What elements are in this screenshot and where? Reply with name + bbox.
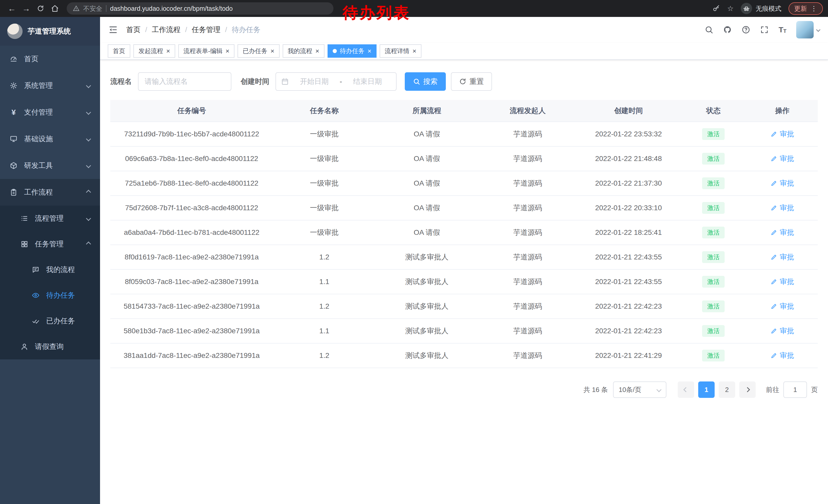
process-name-input[interactable]	[138, 72, 232, 91]
browser-reload-button[interactable]	[34, 2, 47, 15]
breadcrumb-separator: /	[225, 26, 227, 34]
sidebar-toggle-button[interactable]	[108, 25, 118, 35]
bookmark-star-icon[interactable]: ☆	[727, 4, 734, 13]
tab-process-form-edit[interactable]: 流程表单-编辑 ×	[178, 44, 235, 58]
sidebar-item-payment[interactable]: ¥ 支付管理	[0, 99, 100, 126]
approve-link[interactable]: 审批	[771, 302, 794, 311]
approve-link[interactable]: 审批	[771, 154, 794, 164]
sidebar-item-devtools[interactable]: 研发工具	[0, 152, 100, 179]
todo-task-table: 任务编号 任务名称 所属流程 流程发起人 创建时间 状态 操作 73211d9d…	[110, 100, 818, 368]
home-icon	[51, 5, 59, 12]
page-jumper: 前往 页	[766, 381, 818, 398]
tab-label: 流程详情	[385, 47, 409, 55]
action-cell: 审批	[747, 203, 818, 213]
table-header-row: 任务编号 任务名称 所属流程 流程发起人 创建时间 状态 操作	[110, 100, 818, 122]
breadcrumb: 首页 / 工作流程 / 任务管理 / 待办任务	[126, 25, 260, 35]
browser-chrome: ← → 不安全 dashboard.yudao.iocoder.cn/bpm/t…	[0, 0, 828, 17]
breadcrumb-workflow[interactable]: 工作流程	[152, 25, 180, 35]
starter-cell: 芋道源码	[478, 228, 577, 237]
edit-pen-icon	[771, 303, 777, 310]
tab-start-process[interactable]: 发起流程 ×	[133, 44, 175, 58]
fullscreen-icon[interactable]	[760, 26, 769, 34]
font-size-large-glyph: T	[779, 26, 783, 34]
security-warning-icon[interactable]	[73, 5, 80, 12]
status-cell: 激活	[680, 177, 747, 189]
tab-todo-tasks[interactable]: 待办任务 ×	[328, 44, 377, 58]
browser-menu-icon[interactable]: ⋮	[811, 5, 817, 12]
close-icon[interactable]: ×	[412, 48, 416, 54]
sidebar-item-my-process[interactable]: 我的流程	[0, 257, 100, 282]
tab-my-process[interactable]: 我的流程 ×	[283, 44, 325, 58]
sidebar-item-label: 请假查询	[35, 342, 64, 352]
close-icon[interactable]: ×	[225, 48, 229, 54]
close-icon[interactable]: ×	[368, 48, 371, 54]
search-button[interactable]: 搜索	[405, 72, 446, 91]
sidebar-item-leave-query[interactable]: 请假查询	[0, 334, 100, 359]
starter-cell: 芋道源码	[478, 351, 577, 360]
breadcrumb-home[interactable]: 首页	[126, 25, 140, 35]
approve-link[interactable]: 审批	[771, 351, 794, 360]
chevron-down-icon	[86, 136, 91, 141]
create-time-label: 创建时间	[241, 77, 269, 86]
action-cell: 审批	[747, 178, 818, 188]
page-button-2[interactable]: 2	[719, 381, 735, 398]
status-cell: 激活	[680, 227, 747, 238]
browser-home-button[interactable]	[48, 2, 61, 15]
status-badge: 激活	[702, 276, 724, 288]
close-icon[interactable]: ×	[166, 48, 170, 54]
approve-link[interactable]: 审批	[771, 277, 794, 287]
forward-icon: →	[22, 4, 30, 13]
sidebar-item-todo-tasks[interactable]: 待办任务	[0, 282, 100, 308]
goto-page-input[interactable]	[783, 381, 807, 398]
font-size-icon[interactable]: TT	[779, 26, 786, 34]
page-button-1[interactable]: 1	[698, 381, 715, 398]
app-logo[interactable]: 芋道管理系统	[0, 17, 100, 46]
next-page-button[interactable]	[739, 381, 756, 398]
browser-back-button[interactable]: ←	[5, 2, 18, 15]
starter-cell: 芋道源码	[478, 203, 577, 213]
status-cell: 激活	[680, 202, 747, 214]
create-time-cell: 2022-01-21 22:43:55	[577, 278, 680, 286]
edit-pen-icon	[771, 254, 777, 261]
tab-done-tasks[interactable]: 已办任务 ×	[238, 44, 279, 58]
approve-link[interactable]: 审批	[771, 252, 794, 262]
status-cell: 激活	[680, 128, 747, 140]
prev-page-button[interactable]	[678, 381, 694, 398]
search-icon[interactable]	[705, 26, 713, 34]
sidebar-item-process-mgmt[interactable]: 流程管理	[0, 205, 100, 231]
breadcrumb-task-mgmt[interactable]: 任务管理	[192, 25, 220, 35]
approve-link[interactable]: 审批	[771, 203, 794, 213]
status-cell: 激活	[680, 325, 747, 337]
browser-update-button[interactable]: 更新 ⋮	[788, 2, 823, 15]
page-size-select[interactable]: 10条/页	[613, 381, 666, 398]
approve-link[interactable]: 审批	[771, 326, 794, 336]
github-icon[interactable]	[723, 26, 732, 34]
approve-link[interactable]: 审批	[771, 228, 794, 237]
approve-link[interactable]: 审批	[771, 129, 794, 139]
search-icon	[413, 78, 420, 85]
sidebar-item-done-tasks[interactable]: 已办任务	[0, 308, 100, 334]
main-panel: 首页 / 工作流程 / 任务管理 / 待办任务	[100, 17, 828, 504]
close-icon[interactable]: ×	[271, 48, 274, 54]
annotation-overlay: 待办列表	[343, 3, 410, 23]
date-range-picker[interactable]: 开始日期 - 结束日期	[276, 72, 397, 91]
sidebar-item-home[interactable]: 首页	[0, 46, 100, 72]
sidebar-item-task-mgmt[interactable]: 任务管理	[0, 231, 100, 257]
close-icon[interactable]: ×	[316, 48, 319, 54]
chevron-down-icon	[86, 110, 91, 115]
sidebar-item-label: 系统管理	[24, 81, 53, 91]
tab-process-detail[interactable]: 流程详情 ×	[380, 44, 421, 58]
password-key-icon[interactable]	[712, 5, 720, 12]
column-header-task-id: 任务编号	[110, 106, 273, 116]
sidebar-item-system[interactable]: 系统管理	[0, 72, 100, 99]
reset-button[interactable]: 重置	[451, 72, 492, 91]
help-icon[interactable]	[742, 26, 750, 34]
browser-forward-button[interactable]: →	[19, 2, 33, 15]
edit-pen-icon	[771, 229, 777, 236]
approve-link[interactable]: 审批	[771, 178, 794, 188]
address-bar[interactable]: 不安全 dashboard.yudao.iocoder.cn/bpm/task/…	[67, 2, 333, 15]
sidebar-item-workflow[interactable]: 工作流程	[0, 179, 100, 205]
tab-home[interactable]: 首页	[108, 44, 130, 58]
user-avatar-menu[interactable]	[796, 21, 820, 39]
sidebar-item-infrastructure[interactable]: 基础设施	[0, 126, 100, 152]
